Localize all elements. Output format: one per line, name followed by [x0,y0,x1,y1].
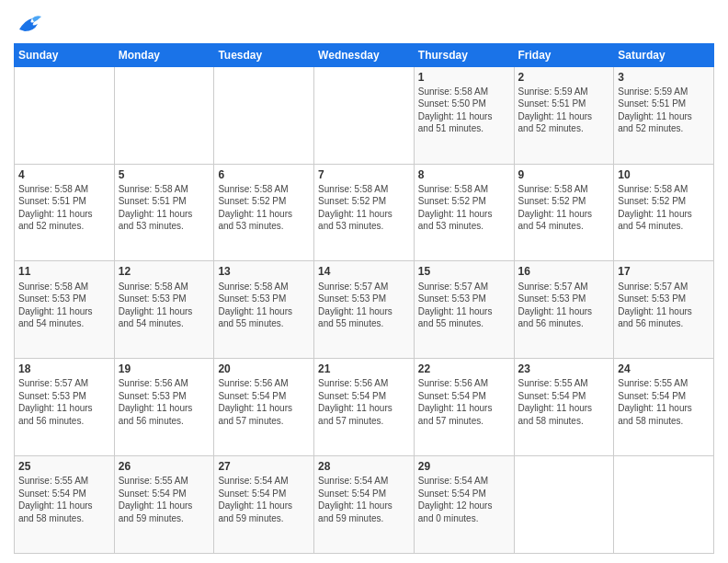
day-info: Sunrise: 5:54 AMSunset: 5:54 PMDaylight:… [218,475,310,524]
day-number: 10 [618,167,710,182]
calendar-cell [614,456,714,554]
logo [14,13,41,38]
day-number: 8 [418,167,510,182]
day-info: Sunrise: 5:59 AMSunset: 5:51 PMDaylight:… [618,86,710,135]
day-number: 17 [618,264,710,279]
calendar-cell: 15Sunrise: 5:57 AMSunset: 5:53 PMDayligh… [414,261,514,359]
calendar-cell: 22Sunrise: 5:56 AMSunset: 5:54 PMDayligh… [414,359,514,456]
calendar-cell [114,66,214,164]
calendar-body: 1Sunrise: 5:58 AMSunset: 5:50 PMDaylight… [15,66,714,553]
page: Sunday Monday Tuesday Wednesday Thursday… [0,0,728,563]
calendar-cell: 24Sunrise: 5:55 AMSunset: 5:54 PMDayligh… [614,359,714,456]
week-row: 25Sunrise: 5:55 AMSunset: 5:54 PMDayligh… [15,456,714,554]
col-sunday: Sunday [15,43,115,66]
col-tuesday: Tuesday [214,43,314,66]
day-info: Sunrise: 5:59 AMSunset: 5:51 PMDaylight:… [518,86,610,135]
calendar-cell: 27Sunrise: 5:54 AMSunset: 5:54 PMDayligh… [214,456,314,554]
col-wednesday: Wednesday [314,43,415,66]
day-info: Sunrise: 5:58 AMSunset: 5:53 PMDaylight:… [18,281,110,330]
calendar-cell [15,66,115,164]
day-info: Sunrise: 5:57 AMSunset: 5:53 PMDaylight:… [618,281,710,330]
header [14,9,714,38]
col-thursday: Thursday [414,43,514,66]
calendar-cell: 13Sunrise: 5:58 AMSunset: 5:53 PMDayligh… [214,261,314,359]
calendar-cell: 18Sunrise: 5:57 AMSunset: 5:53 PMDayligh… [15,359,115,456]
day-info: Sunrise: 5:58 AMSunset: 5:53 PMDaylight:… [218,281,310,330]
day-info: Sunrise: 5:58 AMSunset: 5:52 PMDaylight:… [318,183,410,233]
calendar-cell: 19Sunrise: 5:56 AMSunset: 5:53 PMDayligh… [114,359,214,456]
week-row: 4Sunrise: 5:58 AMSunset: 5:51 PMDaylight… [15,164,714,261]
calendar-cell: 10Sunrise: 5:58 AMSunset: 5:52 PMDayligh… [614,164,714,261]
week-row: 1Sunrise: 5:58 AMSunset: 5:50 PMDaylight… [15,66,714,164]
calendar-cell: 14Sunrise: 5:57 AMSunset: 5:53 PMDayligh… [314,261,415,359]
calendar-cell: 6Sunrise: 5:58 AMSunset: 5:52 PMDaylight… [214,164,314,261]
calendar-cell: 23Sunrise: 5:55 AMSunset: 5:54 PMDayligh… [514,359,614,456]
day-info: Sunrise: 5:57 AMSunset: 5:53 PMDaylight:… [318,281,410,330]
calendar-cell: 4Sunrise: 5:58 AMSunset: 5:51 PMDaylight… [15,164,115,261]
day-number: 6 [218,167,310,182]
calendar-cell: 5Sunrise: 5:58 AMSunset: 5:51 PMDaylight… [114,164,214,261]
day-number: 29 [418,459,510,474]
header-row: Sunday Monday Tuesday Wednesday Thursday… [15,43,714,66]
calendar-cell: 12Sunrise: 5:58 AMSunset: 5:53 PMDayligh… [114,261,214,359]
day-number: 25 [18,459,110,474]
day-info: Sunrise: 5:56 AMSunset: 5:54 PMDaylight:… [218,377,310,427]
day-number: 20 [218,362,310,376]
day-number: 23 [518,362,610,376]
day-info: Sunrise: 5:58 AMSunset: 5:53 PMDaylight:… [119,281,210,330]
day-info: Sunrise: 5:57 AMSunset: 5:53 PMDaylight:… [418,281,510,330]
day-info: Sunrise: 5:56 AMSunset: 5:53 PMDaylight:… [119,377,210,427]
day-info: Sunrise: 5:54 AMSunset: 5:54 PMDaylight:… [318,475,410,524]
day-number: 19 [119,362,210,376]
calendar-cell [314,66,415,164]
calendar-cell: 28Sunrise: 5:54 AMSunset: 5:54 PMDayligh… [314,456,415,554]
calendar-cell: 20Sunrise: 5:56 AMSunset: 5:54 PMDayligh… [214,359,314,456]
calendar-cell: 1Sunrise: 5:58 AMSunset: 5:50 PMDaylight… [414,66,514,164]
calendar-cell: 3Sunrise: 5:59 AMSunset: 5:51 PMDaylight… [614,66,714,164]
day-number: 14 [318,264,410,279]
day-info: Sunrise: 5:58 AMSunset: 5:52 PMDaylight:… [518,183,610,233]
day-number: 5 [119,167,210,182]
day-number: 4 [18,167,110,182]
calendar-cell: 9Sunrise: 5:58 AMSunset: 5:52 PMDaylight… [514,164,614,261]
day-info: Sunrise: 5:58 AMSunset: 5:51 PMDaylight:… [18,183,110,233]
day-number: 15 [418,264,510,279]
calendar-cell: 11Sunrise: 5:58 AMSunset: 5:53 PMDayligh… [15,261,115,359]
day-number: 3 [618,70,710,85]
calendar-cell: 25Sunrise: 5:55 AMSunset: 5:54 PMDayligh… [15,456,115,554]
day-info: Sunrise: 5:55 AMSunset: 5:54 PMDaylight:… [18,475,110,524]
day-info: Sunrise: 5:58 AMSunset: 5:52 PMDaylight:… [618,183,710,233]
day-number: 16 [518,264,610,279]
day-info: Sunrise: 5:55 AMSunset: 5:54 PMDaylight:… [618,377,710,427]
calendar-cell: 21Sunrise: 5:56 AMSunset: 5:54 PMDayligh… [314,359,415,456]
day-number: 22 [418,362,510,376]
col-saturday: Saturday [614,43,714,66]
calendar-cell: 17Sunrise: 5:57 AMSunset: 5:53 PMDayligh… [614,261,714,359]
day-info: Sunrise: 5:57 AMSunset: 5:53 PMDaylight:… [518,281,610,330]
day-info: Sunrise: 5:58 AMSunset: 5:51 PMDaylight:… [119,183,210,233]
day-number: 24 [618,362,710,376]
logo-bird-icon [16,13,41,33]
calendar-cell: 26Sunrise: 5:55 AMSunset: 5:54 PMDayligh… [114,456,214,554]
day-number: 7 [318,167,410,182]
day-number: 26 [119,459,210,474]
col-friday: Friday [514,43,614,66]
day-info: Sunrise: 5:56 AMSunset: 5:54 PMDaylight:… [418,377,510,427]
day-number: 28 [318,459,410,474]
day-number: 18 [18,362,110,376]
calendar-table: Sunday Monday Tuesday Wednesday Thursday… [14,43,714,554]
calendar-cell [214,66,314,164]
week-row: 11Sunrise: 5:58 AMSunset: 5:53 PMDayligh… [15,261,714,359]
calendar-cell: 2Sunrise: 5:59 AMSunset: 5:51 PMDaylight… [514,66,614,164]
day-number: 1 [418,70,510,85]
day-number: 2 [518,70,610,85]
calendar-cell: 8Sunrise: 5:58 AMSunset: 5:52 PMDaylight… [414,164,514,261]
day-info: Sunrise: 5:56 AMSunset: 5:54 PMDaylight:… [318,377,410,427]
day-info: Sunrise: 5:58 AMSunset: 5:50 PMDaylight:… [418,86,510,135]
calendar-header: Sunday Monday Tuesday Wednesday Thursday… [15,43,714,66]
calendar-cell: 16Sunrise: 5:57 AMSunset: 5:53 PMDayligh… [514,261,614,359]
week-row: 18Sunrise: 5:57 AMSunset: 5:53 PMDayligh… [15,359,714,456]
col-monday: Monday [114,43,214,66]
calendar-cell: 29Sunrise: 5:54 AMSunset: 5:54 PMDayligh… [414,456,514,554]
day-info: Sunrise: 5:55 AMSunset: 5:54 PMDaylight:… [518,377,610,427]
